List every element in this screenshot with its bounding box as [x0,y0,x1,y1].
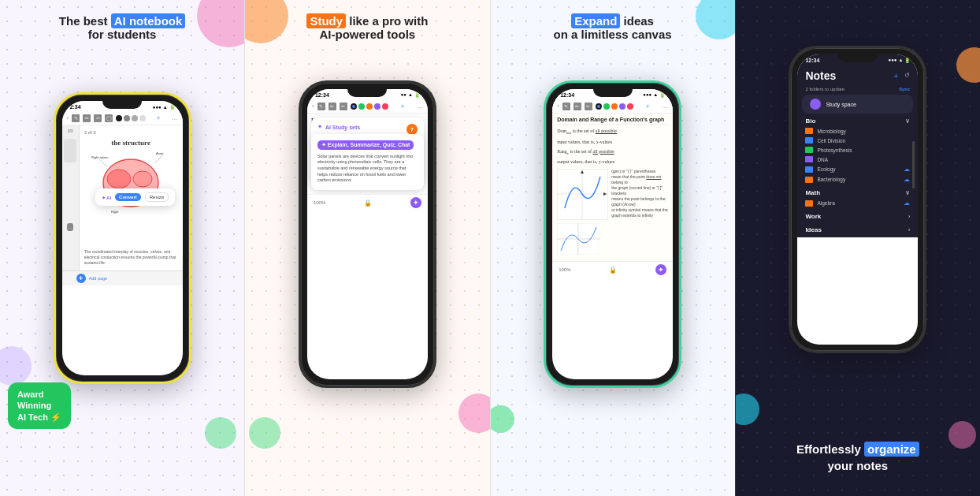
color-black[interactable] [116,115,122,121]
folder-icon-6 [805,177,813,183]
folder-icon-3 [805,147,813,153]
math-label: Math [805,189,820,196]
color-red-3[interactable] [627,103,633,110]
folder-icon-4 [805,156,813,162]
folder-ecology[interactable]: Ecology ☁ [805,164,910,174]
blob-green-3 [490,405,514,433]
tool-icon-4[interactable]: ◯ [105,114,113,122]
effortlessly-text: Effortlessly [796,442,864,456]
ideas-chevron[interactable]: › [908,226,911,233]
tool-2c[interactable]: ✂ [340,103,347,110]
panel-3-caption: Expand ideas [554,14,672,28]
folder-algebra[interactable]: Algebra ☁ [805,198,910,208]
back-3[interactable]: ‹ [557,103,559,110]
back-chevron[interactable]: ‹ [67,114,69,121]
back-2[interactable]: ‹ [312,103,314,110]
color-gray[interactable] [124,115,130,121]
color-lightgray[interactable] [132,115,138,121]
folder-bacteriology[interactable]: Bacteriology ☁ [805,174,910,185]
color-purple-3[interactable] [619,103,625,110]
sync-text: 2 folders to update [805,87,845,91]
folder-microbiology[interactable]: Microbiology [805,126,910,136]
color-orange-3[interactable] [611,103,618,110]
study-sets-label: AI Study sets [325,125,360,130]
blob-decoration [205,417,236,449]
more-pages[interactable]: ... [67,223,73,231]
math-chevron[interactable]: ∨ [905,189,910,196]
phone-notch-4 [838,54,878,62]
svg-point-2 [133,171,152,187]
work-section: Work › [797,211,918,224]
resize-btn[interactable]: Resize [145,192,169,202]
convert-btn[interactable]: Convert [115,193,141,201]
toolbar-3: ‹ ✎ ✏ ✂ ＋ … [552,99,673,114]
notes-add-icon[interactable]: + [894,72,899,80]
color-white[interactable] [139,115,146,121]
more-icon-3[interactable]: … [662,103,668,110]
notes-more-icon[interactable]: ↺ [904,72,910,80]
bio-label: Bio [805,117,815,125]
color-purple[interactable] [374,103,380,110]
screen2-content: Efficient Landscaping IncorporatesLED fe… [307,114,428,194]
page-thumb-2[interactable] [64,166,76,190]
bio-chevron[interactable]: ∨ [905,117,910,125]
add-icon-3[interactable]: ＋ [644,102,651,110]
status-icons: ●●● ▲ 🔋 [153,104,175,110]
page-count: 3 of 3 [84,130,178,135]
folder-photosynthesis[interactable]: Photosynthesis [805,145,910,155]
tool-3b[interactable]: ✏ [574,103,581,110]
color-orange[interactable] [366,103,373,110]
sync-bar: 2 folders to update Sync [797,85,918,93]
ai-convert-popup: ✦ AI Convert Resize [95,188,175,206]
add-page-btn[interactable]: + [76,274,86,283]
sparkle-btn[interactable]: ✦ [410,197,421,208]
color-red[interactable] [382,103,388,110]
folder-label-5: Ecology [817,166,835,172]
drawing-toolbar: ‹ ✎ ✏ ✂ ◯ ＋ … [62,111,183,125]
panel-2-caption: Study like a pro with [306,14,428,28]
color-blue-sel[interactable] [596,103,602,110]
bio-title: Bio ∨ [805,117,910,125]
notes-list-screen: Notes + ↺ 2 folders to update Sync Study… [797,65,918,237]
note-line-4: output values, that is, y-values [557,158,668,166]
page-thumb-3[interactable] [64,194,76,218]
caption-highlight: AI notebook [111,13,186,28]
toolbar-3-left: ‹ ✎ ✏ ✂ [557,103,633,110]
award-badge: Award Winning AI Tech ⚡ [8,382,71,429]
more-icon[interactable]: … [172,114,178,121]
blob-orange [244,0,288,43]
study-space-row[interactable]: Study space [802,95,913,114]
study-sets-header: ✦ AI Study sets [317,124,418,130]
tool-3a[interactable]: ✎ [562,103,570,110]
notes-header: Notes + ↺ [797,65,918,85]
sparkle-btn-3[interactable]: ✦ [655,264,666,275]
folder-dna[interactable]: DNA [805,155,910,164]
time-2: 12:34 [315,92,329,98]
page-thumb[interactable] [64,139,76,162]
phone-notch-3 [593,89,633,97]
toolbar-2: ‹ ✎ ✏ ✂ ＋ … [307,99,428,114]
underline-1: all possible [596,129,617,133]
folder-cell-division[interactable]: Cell Division [805,136,910,145]
color-green-3[interactable] [603,103,610,110]
more-icon-2[interactable]: … [417,103,423,110]
panel-4-caption: Effortlessly organize your notes [736,441,980,474]
color-green[interactable] [358,103,365,110]
color-selected[interactable] [351,103,357,110]
lock-icon: 🔒 [364,200,372,207]
work-chevron[interactable]: › [908,213,911,220]
add-icon-2[interactable]: ＋ [399,102,406,110]
tool-icon-2[interactable]: ✏ [83,114,91,122]
tool-2b[interactable]: ✏ [329,103,336,110]
work-title: Work › [805,213,910,220]
handwriting-title: the structure [84,138,178,148]
screen3-content: Domain and Range of a Function's graph D… [552,114,673,261]
add-icon[interactable]: ＋ [155,114,161,122]
bottom-bar-3: 100% 🔒 ✦ [552,261,673,278]
folder-label-6: Bacteriology [817,177,845,182]
tool-3c[interactable]: ✂ [585,103,592,110]
tool-icon[interactable]: ✎ [72,114,80,122]
sync-btn[interactable]: Sync [899,87,910,91]
tool-icon-3[interactable]: ✂ [94,114,102,122]
tool-2a[interactable]: ✎ [317,103,325,110]
